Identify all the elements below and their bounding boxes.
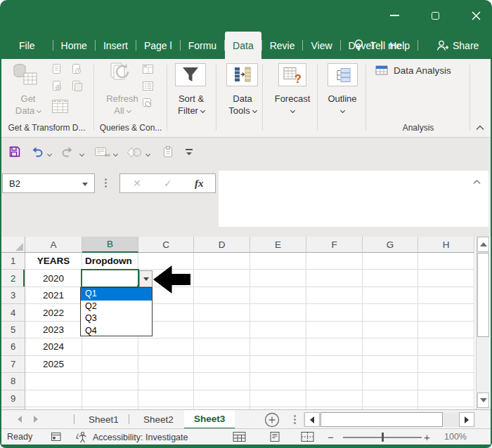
- accessibility-status[interactable]: Accessibility: Investigate: [76, 431, 188, 443]
- vertical-scroll-thumb[interactable]: [477, 253, 489, 337]
- recent-sources-icon[interactable]: [71, 63, 82, 74]
- cell-E8[interactable]: [250, 373, 306, 390]
- sheet-tab-sheet3[interactable]: Sheet3: [184, 410, 235, 429]
- redo-icon[interactable]: [60, 147, 74, 157]
- sort-filter-button[interactable]: [175, 63, 206, 86]
- cell-B6[interactable]: [82, 338, 138, 355]
- cell-A4[interactable]: 2022: [25, 304, 82, 321]
- tell-me-button[interactable]: Tell me: [354, 32, 401, 59]
- data-tools-button[interactable]: [226, 63, 258, 86]
- cell-E5[interactable]: [250, 322, 306, 338]
- share-button[interactable]: Share: [436, 32, 479, 59]
- ribbon-tab-formu[interactable]: Formu: [181, 32, 224, 59]
- cell-H4[interactable]: [418, 304, 474, 321]
- clipboard-icon[interactable]: [162, 145, 174, 158]
- enter-button[interactable]: ✓: [164, 178, 172, 189]
- row-header-6[interactable]: 6: [1, 338, 25, 355]
- cell-G9[interactable]: [363, 390, 418, 407]
- undo-icon[interactable]: [31, 147, 44, 157]
- sheet-tab-sheet2[interactable]: Sheet2: [134, 410, 183, 428]
- cell-A6[interactable]: 2024: [25, 338, 82, 355]
- cell-C1[interactable]: [138, 253, 194, 270]
- cell-E4[interactable]: [250, 304, 306, 321]
- cell-G1[interactable]: [363, 253, 418, 270]
- cell-D4[interactable]: [194, 304, 250, 321]
- horizontal-scroll-thumb[interactable]: [321, 412, 443, 427]
- cell-H1[interactable]: [418, 253, 474, 270]
- close-button[interactable]: [472, 11, 481, 20]
- cell-E2[interactable]: [250, 270, 306, 286]
- customize-toolbar-button[interactable]: [186, 149, 193, 155]
- dropdown-option-q2[interactable]: Q2: [81, 301, 152, 313]
- cell-H9[interactable]: [418, 390, 474, 407]
- column-header-C[interactable]: C: [138, 237, 194, 253]
- name-box[interactable]: B2: [2, 173, 95, 193]
- cell-B1[interactable]: Dropdown: [82, 253, 138, 270]
- get-data-button[interactable]: [11, 62, 39, 93]
- cell-E1[interactable]: [250, 253, 306, 270]
- row-header-4[interactable]: 4: [1, 304, 25, 321]
- row-header-9[interactable]: 9: [1, 390, 25, 407]
- ribbon-tab-data[interactable]: Data: [225, 32, 261, 59]
- cell-G7[interactable]: [363, 356, 418, 373]
- cell-F7[interactable]: [306, 356, 363, 373]
- insert-function-button[interactable]: fx: [195, 178, 204, 190]
- expand-formula-bar-caret[interactable]: [472, 179, 481, 185]
- cell-A5[interactable]: 2023: [25, 322, 82, 338]
- minimize-button[interactable]: [390, 11, 399, 20]
- zoom-level[interactable]: 100%: [444, 432, 467, 442]
- sheet-tab-options-handle[interactable]: [294, 419, 296, 421]
- add-sheet-button[interactable]: [264, 412, 280, 428]
- cell-A2[interactable]: 2020: [25, 270, 82, 286]
- dropdown-option-q3[interactable]: Q3: [81, 312, 152, 325]
- cell-E9[interactable]: [250, 390, 306, 407]
- scroll-up-button[interactable]: [477, 237, 489, 252]
- row-header-2[interactable]: 2: [1, 270, 25, 286]
- cell-G6[interactable]: [363, 338, 418, 355]
- cell-C9[interactable]: [138, 390, 194, 407]
- cell-D8[interactable]: [194, 373, 250, 390]
- zoom-in-button[interactable]: +: [424, 431, 430, 443]
- cancel-button[interactable]: ✕: [133, 178, 141, 189]
- cell-D6[interactable]: [194, 338, 250, 355]
- column-header-A[interactable]: A: [25, 237, 82, 253]
- cell-G5[interactable]: [363, 322, 418, 338]
- scroll-left-button[interactable]: [304, 412, 320, 427]
- cell-F1[interactable]: [306, 253, 363, 270]
- select-all-corner[interactable]: [1, 237, 25, 253]
- cell-F9[interactable]: [306, 390, 363, 407]
- from-web-icon[interactable]: [51, 80, 63, 91]
- collapse-ribbon-button[interactable]: [475, 124, 485, 131]
- edit-links-icon[interactable]: [142, 98, 155, 109]
- zoom-out-button[interactable]: −: [328, 431, 334, 443]
- page-layout-view-button[interactable]: [268, 431, 282, 442]
- sheet-tab-sheet1[interactable]: Sheet1: [79, 410, 129, 428]
- ribbon-tab-revie[interactable]: Revie: [262, 32, 303, 59]
- page-break-view-button[interactable]: [301, 431, 315, 442]
- cell-G2[interactable]: [363, 270, 418, 286]
- cell-B9[interactable]: [82, 390, 138, 407]
- cell-D3[interactable]: [194, 287, 250, 304]
- cell-H2[interactable]: [418, 270, 474, 286]
- properties-icon[interactable]: [142, 81, 155, 92]
- cell-D1[interactable]: [194, 253, 250, 270]
- column-header-F[interactable]: F: [306, 237, 363, 253]
- ribbon-tab-insert[interactable]: Insert: [96, 32, 136, 59]
- data-analysis-button[interactable]: Data Analysis: [375, 65, 451, 76]
- column-header-B[interactable]: B: [82, 237, 138, 253]
- ribbon-tab-file[interactable]: File: [11, 32, 43, 59]
- cell-E7[interactable]: [250, 356, 306, 373]
- scroll-right-button[interactable]: [459, 412, 474, 427]
- cell-H6[interactable]: [418, 338, 474, 355]
- cell-H5[interactable]: [418, 322, 474, 338]
- cell-C7[interactable]: [138, 356, 194, 373]
- email-dropdown-caret[interactable]: [113, 152, 118, 157]
- cell-E6[interactable]: [250, 338, 306, 355]
- cell-G4[interactable]: [363, 304, 418, 321]
- cell-F2[interactable]: [306, 270, 363, 286]
- previous-sheet-button[interactable]: [18, 416, 22, 423]
- cell-F5[interactable]: [306, 322, 363, 338]
- cell-F4[interactable]: [306, 304, 363, 321]
- macro-record-icon[interactable]: [51, 431, 62, 442]
- column-header-H[interactable]: H: [418, 237, 474, 253]
